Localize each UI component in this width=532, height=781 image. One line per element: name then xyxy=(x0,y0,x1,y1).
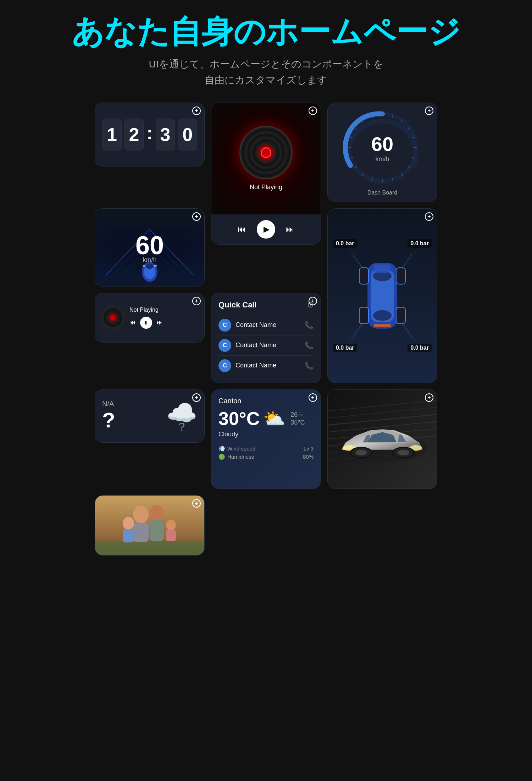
tire-pressure-card: + 0.0 bar 0.0 bar xyxy=(327,208,437,383)
speed-number: 60 xyxy=(135,231,164,260)
weather-city-name: Canton xyxy=(218,397,314,405)
svg-rect-65 xyxy=(95,541,204,555)
small-vinyl-record xyxy=(100,305,125,330)
quickcall-add-btn[interactable]: + xyxy=(309,297,317,305)
family-silhouette-svg xyxy=(95,496,204,555)
music-play-btn[interactable]: ▶ xyxy=(257,220,275,239)
page-subtitle: UIを通じて、ホームページとそのコンポーネントを 自由にカスタマイズします xyxy=(21,56,511,88)
music-small-pause-btn[interactable]: ⏸ xyxy=(140,317,152,329)
tire-bottom-left: 0.0 bar xyxy=(333,344,357,352)
widget-grid: + 1 2 : 3 0 + Not Playing ⏮ ▶ ⏭ + xyxy=(0,95,532,570)
weather-unknown-left: N/A ? xyxy=(102,400,159,432)
music-player-small-card: + Not Playing ⏮ ⏸ ⏭ xyxy=(95,293,205,343)
weather-main-display: 30°C ⛅ 26～35°C xyxy=(218,408,314,429)
tire-add-btn[interactable]: + xyxy=(425,212,433,221)
vinyl-record xyxy=(239,126,293,179)
humidity-row: 🟢 Humidness 80% xyxy=(218,454,314,460)
tire-top-row: 0.0 bar 0.0 bar xyxy=(333,239,432,248)
humidity-label: 🟢 Humidness xyxy=(218,454,254,460)
svg-rect-36 xyxy=(374,264,390,272)
svg-rect-37 xyxy=(359,268,368,284)
svg-rect-43 xyxy=(396,307,405,323)
svg-point-29 xyxy=(146,263,153,269)
svg-point-72 xyxy=(166,520,176,530)
weather-description: Cloudy xyxy=(218,431,314,438)
call-btn-2[interactable]: 📞 xyxy=(305,341,314,350)
svg-point-70 xyxy=(123,517,134,530)
music-small-controls: ⏮ ⏸ ⏭ xyxy=(129,317,199,329)
play-icon: ▶ xyxy=(264,225,270,234)
music-small-status: Not Playing xyxy=(129,307,199,313)
wind-icon: 💨 xyxy=(218,446,225,452)
photo-add-btn[interactable]: + xyxy=(192,499,201,508)
svg-rect-71 xyxy=(123,529,134,542)
music-vinyl-area: Not Playing xyxy=(211,103,321,214)
contact-item-1: C Contact Name 📞 xyxy=(218,315,314,335)
tire-top-left: 0.0 bar xyxy=(333,239,357,248)
clock-digit-3: 3 xyxy=(156,119,175,151)
wind-row: 💨 Wind speed Lv 3 xyxy=(218,446,314,452)
gauge-container: 60 km/h xyxy=(343,109,421,187)
gauge-label: Dash Board xyxy=(367,190,398,196)
music-small-prev-btn[interactable]: ⏮ xyxy=(129,319,136,326)
speed-add-btn[interactable]: + xyxy=(192,212,201,221)
svg-rect-41 xyxy=(359,307,368,323)
quick-call-card: + Quick Call ⊙ C Contact Name 📞 C Contac… xyxy=(211,293,321,383)
music-player-large-card: + Not Playing ⏮ ▶ ⏭ xyxy=(211,103,321,245)
svg-point-66 xyxy=(133,506,149,523)
music-small-add-btn[interactable]: + xyxy=(192,297,201,305)
music-small-info: Not Playing ⏮ ⏸ ⏭ xyxy=(129,307,199,329)
music-large-add-btn[interactable]: + xyxy=(309,106,317,115)
music-small-next-btn[interactable]: ⏭ xyxy=(156,319,163,326)
wind-label: 💨 Wind speed xyxy=(218,446,255,452)
car-promo-card: + xyxy=(327,389,437,489)
call-btn-3[interactable]: 📞 xyxy=(305,361,314,370)
weather-cloud-area: ☁️ ? xyxy=(166,398,197,433)
clock-card-add-btn[interactable]: + xyxy=(192,106,201,115)
car-promo-svg xyxy=(328,389,437,489)
svg-point-68 xyxy=(150,505,164,520)
gauge-speed-value: 60 xyxy=(371,132,393,155)
svg-rect-67 xyxy=(133,523,149,542)
small-vinyl-center xyxy=(110,315,115,320)
clock-digit-2: 2 xyxy=(124,119,144,151)
family-photo-card: + xyxy=(95,495,205,556)
weather-na-label: N/A xyxy=(102,400,159,408)
svg-rect-45 xyxy=(374,324,390,327)
weather-sun-cloud-icon: ⛅ xyxy=(263,408,285,429)
humidity-icon: 🟢 xyxy=(218,454,225,460)
svg-point-35 xyxy=(373,310,392,321)
contact-name-1: Contact Name xyxy=(235,321,276,329)
gauge-add-btn[interactable]: + xyxy=(425,106,433,115)
music-controls: ⏮ ▶ ⏭ xyxy=(211,214,321,244)
music-status-text: Not Playing xyxy=(250,184,282,191)
page-title: あなた自身のホームページ xyxy=(21,14,511,49)
clock-digit-1: 1 xyxy=(102,119,122,151)
music-prev-btn[interactable]: ⏮ xyxy=(238,224,246,234)
contact-left-1: C Contact Name xyxy=(218,319,276,332)
gauge-unit: km/h xyxy=(371,155,393,163)
clock-card: + 1 2 : 3 0 xyxy=(95,103,205,166)
music-next-btn[interactable]: ⏭ xyxy=(286,224,294,234)
clock-colon: : xyxy=(146,122,153,143)
contact-name-2: Contact Name xyxy=(235,342,276,349)
weather-can-add-btn[interactable]: + xyxy=(309,393,317,402)
contact-avatar-1: C xyxy=(218,319,231,332)
contact-left-2: C Contact Name xyxy=(218,339,276,352)
call-btn-1[interactable]: 📞 xyxy=(305,321,314,329)
tire-bottom-right: 0.0 bar xyxy=(408,344,432,352)
quickcall-title: Quick Call xyxy=(218,300,257,310)
contact-avatar-3: C xyxy=(218,359,231,372)
weather-range: 26～35°C xyxy=(290,410,314,426)
vinyl-center-dot xyxy=(261,147,271,158)
car-promo-add-btn[interactable]: + xyxy=(425,393,433,402)
question-overlay-icon: ? xyxy=(179,420,185,433)
contact-item-3: C Contact Name 📞 xyxy=(218,356,314,376)
car-top-view-svg xyxy=(347,250,418,342)
humidity-value: 80% xyxy=(303,454,314,460)
tire-top-right: 0.0 bar xyxy=(408,239,432,248)
weather-unk-add-btn[interactable]: + xyxy=(192,393,201,402)
weather-unknown-card: + N/A ? ☁️ ? xyxy=(95,389,205,443)
svg-rect-39 xyxy=(396,268,405,284)
gauge-center-display: 60 km/h xyxy=(371,132,393,163)
